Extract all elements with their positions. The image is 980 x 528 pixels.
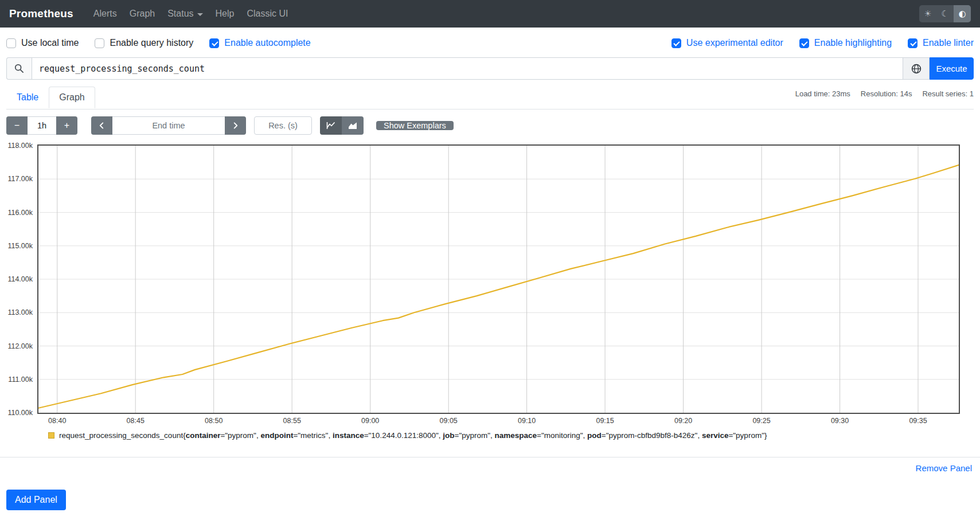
y-axis-label: 116.00k (7, 209, 33, 217)
series-line (38, 165, 959, 408)
resolution-stat: Resolution: 14s (861, 89, 912, 98)
options-right: Use experimental editor Enable highlight… (671, 38, 974, 48)
main-nav: Alerts Graph Status Help Classic UI (88, 5, 919, 22)
chart-canvas (38, 146, 959, 413)
panel-tabs-row: Table Graph Load time: 23ms Resolution: … (6, 87, 974, 109)
series-color-swatch (48, 432, 54, 439)
result-series-stat: Result series: 1 (922, 89, 974, 98)
nav-item-graph[interactable]: Graph (124, 5, 160, 22)
line-chart-toggle-button[interactable] (320, 116, 342, 135)
y-axis-label: 111.00k (8, 376, 33, 384)
graph-chart: 118.00k117.00k116.00k115.00k114.00k113.0… (37, 144, 960, 414)
checkbox-box (95, 38, 104, 48)
tab-graph[interactable]: Graph (49, 87, 95, 108)
nav-item-classic-ui[interactable]: Classic UI (241, 5, 293, 22)
decrease-range-button[interactable]: − (6, 116, 28, 135)
query-stats: Load time: 23ms Resolution: 14s Result s… (795, 89, 974, 98)
range-input[interactable] (28, 116, 56, 135)
x-axis-label: 09:35 (909, 417, 927, 425)
tab-table[interactable]: Table (6, 87, 49, 108)
globe-icon (911, 64, 922, 74)
y-axis-label: 110.00k (7, 409, 33, 417)
x-axis-label: 08:40 (48, 417, 66, 425)
add-panel-button[interactable]: Add Panel (6, 490, 66, 510)
checkbox-box (6, 38, 16, 48)
sun-icon: ☀ (924, 9, 931, 19)
search-addon (6, 57, 32, 80)
y-axis-label: 114.00k (7, 275, 33, 283)
x-axis-label: 09:25 (752, 417, 770, 425)
x-axis: 08:4008:4508:5008:5509:0009:0509:1009:15… (38, 413, 959, 425)
area-chart-icon (348, 122, 357, 130)
checkbox-box (209, 38, 219, 48)
chart-legend[interactable]: request_processing_seconds_count{contain… (48, 431, 974, 440)
checkbox-enable-highlighting[interactable]: Enable highlighting (799, 38, 892, 48)
query-bar: Execute (6, 57, 974, 80)
caret-down-icon (197, 13, 203, 16)
panel-footer: Remove Panel (0, 457, 980, 474)
light-theme-button[interactable]: ☀ (919, 5, 936, 22)
options-left: Use local time Enable query history Enab… (6, 38, 311, 48)
top-navbar: Prometheus Alerts Graph Status Help Clas… (0, 0, 980, 28)
moon-icon: ☾ (941, 9, 948, 19)
y-axis-label: 118.00k (7, 142, 33, 150)
series-label: request_processing_seconds_count{contain… (59, 431, 767, 440)
chevron-right-icon (232, 122, 239, 129)
stacked-chart-toggle-button[interactable] (342, 116, 364, 135)
load-time-stat: Load time: 23ms (795, 89, 850, 98)
x-axis-label: 08:45 (127, 417, 145, 425)
search-icon (14, 64, 24, 73)
time-back-button[interactable] (91, 116, 112, 135)
x-axis-label: 09:05 (440, 417, 458, 425)
query-expression-input[interactable] (32, 57, 903, 80)
panel-tabs: Table Graph (6, 87, 95, 108)
x-axis-label: 08:50 (205, 417, 222, 425)
line-chart-icon (326, 122, 335, 130)
metrics-explorer-button[interactable] (903, 57, 930, 80)
nav-item-help[interactable]: Help (210, 5, 240, 22)
end-time-input[interactable] (112, 116, 225, 135)
resolution-input[interactable] (254, 116, 312, 135)
show-exemplars-button[interactable]: Show Exemplars (376, 121, 454, 130)
checkbox-box (908, 38, 917, 48)
y-axis: 118.00k117.00k116.00k115.00k114.00k113.0… (0, 146, 33, 413)
nav-item-alerts[interactable]: Alerts (88, 5, 122, 22)
time-forward-button[interactable] (225, 116, 246, 135)
chevron-left-icon (99, 122, 105, 129)
y-axis-label: 115.00k (7, 242, 33, 250)
remove-panel-link[interactable]: Remove Panel (916, 463, 972, 473)
checkbox-use-local-time[interactable]: Use local time (6, 38, 79, 48)
range-control: − + (6, 116, 77, 135)
x-axis-label: 09:30 (831, 417, 849, 425)
dark-theme-button[interactable]: ☾ (936, 5, 954, 22)
x-axis-label: 09:15 (596, 417, 614, 425)
y-axis-label: 117.00k (7, 175, 33, 183)
brand-prometheus[interactable]: Prometheus (9, 7, 73, 20)
increase-range-button[interactable]: + (56, 116, 77, 135)
end-time-control (91, 116, 246, 135)
checkbox-box (671, 38, 681, 48)
y-axis-label: 112.00k (7, 342, 33, 350)
x-axis-label: 08:55 (283, 417, 301, 425)
checkbox-enable-query-history[interactable]: Enable query history (95, 38, 193, 48)
auto-theme-button[interactable]: ◐ (954, 5, 971, 22)
checkbox-enable-autocomplete[interactable]: Enable autocomplete (209, 38, 310, 48)
checkbox-box (799, 38, 809, 48)
y-axis-label: 113.00k (7, 308, 33, 316)
checkbox-use-experimental-editor[interactable]: Use experimental editor (671, 38, 783, 48)
options-row: Use local time Enable query history Enab… (0, 28, 980, 48)
graph-toolbar: − + Show Exem (6, 116, 974, 135)
add-panel-row: Add Panel (6, 490, 974, 510)
x-axis-label: 09:10 (518, 417, 536, 425)
execute-button[interactable]: Execute (930, 57, 974, 80)
circle-half-icon: ◐ (958, 9, 966, 19)
theme-toggle-group: ☀ ☾ ◐ (919, 5, 971, 22)
x-axis-label: 09:00 (361, 417, 379, 425)
nav-item-status[interactable]: Status (162, 5, 208, 22)
chart-plot-area[interactable]: 118.00k117.00k116.00k115.00k114.00k113.0… (37, 144, 960, 414)
chart-type-toggle (320, 116, 364, 135)
x-axis-label: 09:20 (674, 417, 692, 425)
checkbox-enable-linter[interactable]: Enable linter (908, 38, 974, 48)
